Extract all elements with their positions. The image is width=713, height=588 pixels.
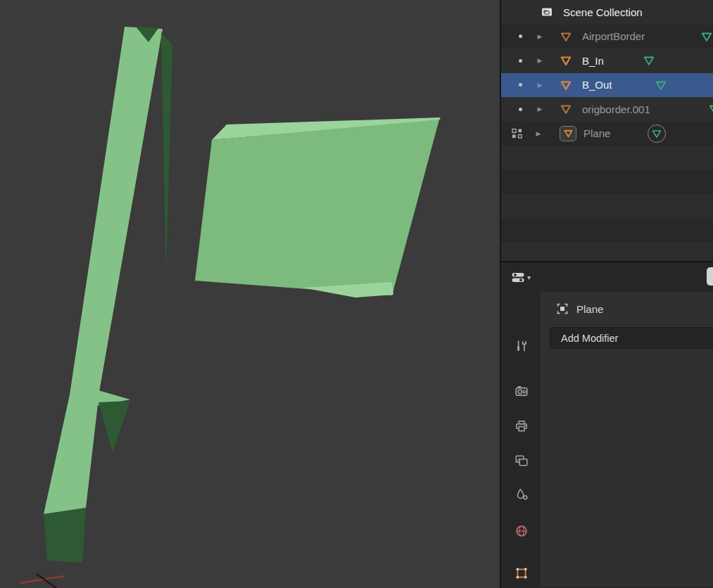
outliner-row-origborder[interactable]: ▶ origborder.001 <box>501 97 713 122</box>
object-icon <box>515 566 529 580</box>
mesh-data-icon[interactable] <box>643 54 655 67</box>
mesh-data-icon[interactable] <box>655 79 667 91</box>
outliner-empty-row <box>501 243 713 262</box>
visibility-dot[interactable] <box>519 59 522 63</box>
chevron-down-icon: ▾ <box>527 274 531 281</box>
disclosure-triangle-icon[interactable]: ▶ <box>536 57 543 64</box>
outliner-row-b-in[interactable]: ▶ B_In <box>501 49 713 73</box>
parent-grid-icon <box>511 127 524 140</box>
object-data-icon <box>556 302 569 315</box>
tab-render[interactable] <box>503 375 541 407</box>
outliner-row-plane[interactable]: ▶ Plane <box>501 122 713 146</box>
mesh-bar-side-wedge[interactable] <box>161 32 172 274</box>
outliner-row-airportborder[interactable]: ▶ AirportBorder <box>501 25 713 49</box>
tab-view-layer[interactable] <box>503 445 541 477</box>
outliner-row-scene-collection[interactable]: Scene Collection <box>501 0 713 25</box>
header-partial-widget[interactable] <box>707 267 713 286</box>
tab-output[interactable] <box>503 410 541 442</box>
outliner-empty-row <box>501 219 713 243</box>
tab-world[interactable] <box>503 515 541 547</box>
tab-scene[interactable] <box>503 478 541 511</box>
world-globe-icon <box>515 524 529 538</box>
mesh-data-ring <box>648 124 666 143</box>
mesh-data-icon[interactable] <box>651 128 662 139</box>
visibility-dot[interactable] <box>519 34 522 38</box>
disclosure-triangle-icon[interactable]: ▶ <box>536 33 543 40</box>
mesh-object-icon <box>560 103 572 115</box>
properties-editor-icon <box>511 271 525 283</box>
visibility-dot[interactable] <box>519 108 522 111</box>
mesh-object-icon <box>563 128 574 139</box>
output-printer-icon <box>515 419 529 433</box>
object-name-label: AirportBorder <box>582 30 645 42</box>
tab-object[interactable] <box>503 557 541 588</box>
outliner-empty-row <box>501 194 713 219</box>
active-object-name: Plane <box>576 303 603 315</box>
3d-viewport[interactable] <box>0 0 500 588</box>
properties-tab-column <box>501 292 541 587</box>
viewport-canvas <box>0 0 500 588</box>
tab-tool[interactable] <box>503 331 541 363</box>
mesh-object-icon <box>560 30 572 43</box>
object-name-label: Plane <box>583 127 610 139</box>
editor-type-dropdown[interactable]: ▾ <box>507 267 546 288</box>
mesh-data-icon[interactable] <box>700 30 713 43</box>
scene-collection-label: Scene Collection <box>563 6 643 18</box>
outliner-panel: Scene Collection ▶ AirportBorder ▶ <box>501 0 713 262</box>
axis-gizmo-black-line <box>37 574 56 588</box>
properties-header: ▾ <box>501 262 713 292</box>
mesh-box-front-face[interactable] <box>195 120 439 295</box>
mesh-bar-mid-dark-flap[interactable] <box>99 401 130 452</box>
active-object-icon-frame <box>560 126 576 141</box>
mesh-object-icon <box>560 79 572 91</box>
outliner-row-b-out[interactable]: ▶ B_Out <box>501 73 713 98</box>
visibility-dot[interactable] <box>519 83 522 87</box>
mesh-bar-front-face[interactable] <box>44 27 163 514</box>
disclosure-triangle-icon[interactable]: ▶ <box>535 130 542 137</box>
right-panel: Scene Collection ▶ AirportBorder ▶ <box>500 0 713 588</box>
disclosure-triangle-icon[interactable]: ▶ <box>536 82 543 89</box>
object-name-label: B_Out <box>582 79 612 91</box>
mesh-data-icon[interactable] <box>708 103 713 115</box>
scene-icon <box>515 487 529 501</box>
blender-window: Scene Collection ▶ AirportBorder ▶ <box>0 0 713 588</box>
disclosure-triangle-icon[interactable]: ▶ <box>536 106 543 113</box>
properties-panel: ▾ <box>501 262 713 587</box>
breadcrumb: Plane <box>556 302 713 315</box>
tool-icon <box>515 340 529 354</box>
object-name-label: B_In <box>582 55 604 67</box>
render-icon <box>515 384 529 398</box>
collection-icon <box>541 6 553 18</box>
mesh-object-icon <box>560 54 572 67</box>
mesh-bar-bottom-cap[interactable] <box>44 508 86 563</box>
outliner-empty-row <box>501 170 713 195</box>
modifier-properties-content: Plane Add Modifier <box>541 292 713 587</box>
add-modifier-button[interactable]: Add Modifier <box>550 327 713 349</box>
object-name-label: origborder.001 <box>582 103 650 115</box>
view-layer-icon <box>515 454 529 468</box>
outliner-empty-row <box>501 146 713 170</box>
